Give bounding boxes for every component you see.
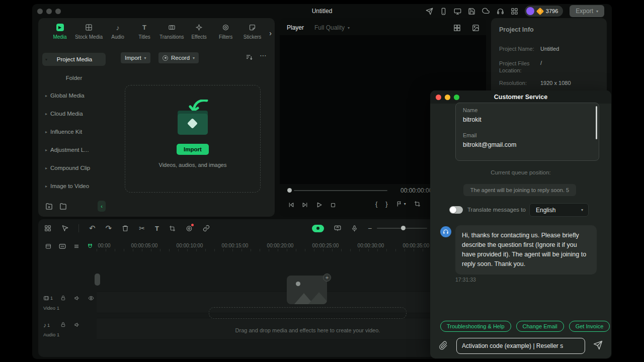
display-icon[interactable] <box>454 8 461 15</box>
proxy-badge-icon[interactable] <box>59 243 66 249</box>
chip-change-email[interactable]: Change Email <box>516 321 564 332</box>
mark-in-brace[interactable]: { <box>375 200 377 208</box>
sidebar-item-adjustment-layer[interactable]: ▸Adjustment L... <box>42 144 106 156</box>
chat-minimize-button[interactable] <box>445 95 450 100</box>
play-icon[interactable] <box>316 202 323 208</box>
translate-toggle[interactable] <box>449 206 463 214</box>
chevron-right-icon: ▸ <box>42 112 50 116</box>
tab-label: Filters <box>219 34 232 40</box>
name-label: Name <box>463 107 592 113</box>
sidebar-item-image-to-video[interactable]: ▸Image to Video <box>42 180 106 192</box>
account-coin-badge[interactable]: ↑ 3796 <box>525 6 563 17</box>
tab-effects[interactable]: Effects <box>188 23 211 40</box>
voiceover-mic-icon[interactable] <box>351 225 358 232</box>
crop-tool-icon[interactable] <box>169 225 176 232</box>
screen-record-button[interactable] <box>312 225 324 232</box>
new-folder-icon[interactable] <box>45 203 53 210</box>
split-scissors-icon[interactable]: ✂ <box>139 224 145 232</box>
zoom-slider-knob[interactable] <box>401 226 406 230</box>
split-screen-icon[interactable] <box>453 24 461 32</box>
import-button[interactable]: Import <box>177 144 209 155</box>
previous-frame-icon[interactable] <box>288 202 294 208</box>
ruler-label: 00:00 <box>98 243 110 248</box>
tab-titles[interactable]: T Titles <box>133 23 156 40</box>
manage-tracks-icon[interactable] <box>45 243 51 249</box>
mark-out-brace[interactable]: } <box>385 200 387 208</box>
sidebar-item-folder[interactable]: Folder <box>42 72 106 84</box>
tabs-overflow-chevron-icon[interactable]: › <box>269 29 272 37</box>
chip-get-invoice[interactable]: Get Invoice <box>569 321 610 332</box>
sidebar-item-cloud-media[interactable]: ▸Cloud Media <box>42 108 106 120</box>
quality-label: Full Quality <box>314 24 345 31</box>
attachment-paperclip-icon[interactable] <box>439 341 448 350</box>
next-frame-icon[interactable] <box>302 202 308 208</box>
elements-grid-icon[interactable] <box>44 225 51 232</box>
import-dropdown[interactable]: Import▾ <box>121 52 150 63</box>
tab-stickers[interactable]: Stickers <box>241 23 264 40</box>
scrubber-knob[interactable] <box>287 188 292 193</box>
link-icon[interactable] <box>203 225 210 232</box>
apps-grid-icon[interactable] <box>511 8 518 15</box>
chat-titlebar: Customer Service <box>430 90 611 104</box>
support-headset-icon[interactable] <box>497 8 504 15</box>
select-cursor-icon[interactable] <box>61 225 68 232</box>
redo-icon[interactable]: ↷ <box>106 224 112 233</box>
sidebar-item-project-media[interactable]: ▾ Project Media <box>42 53 106 66</box>
tab-media[interactable]: ▶ Media <box>48 23 71 40</box>
crop-preview-icon[interactable] <box>414 201 421 207</box>
export-button[interactable]: Export ▾ <box>570 5 604 17</box>
lock-icon[interactable] <box>60 295 66 301</box>
render-preview-icon[interactable] <box>334 225 341 232</box>
tab-transitions[interactable]: Transitions <box>159 23 184 40</box>
tab-stock-media[interactable]: Stock Media <box>75 23 103 40</box>
name-value[interactable]: bitrokit <box>463 116 592 123</box>
zoom-slider[interactable] <box>377 228 427 229</box>
lock-icon[interactable] <box>60 322 66 327</box>
media-dropzone[interactable]: Import Videos, audios, and images <box>125 85 261 193</box>
snap-magnet-icon[interactable] <box>87 243 93 249</box>
filter-funnel-icon[interactable] <box>246 54 253 61</box>
track-drop-target[interactable] <box>209 307 407 319</box>
send-message-icon[interactable] <box>593 340 603 350</box>
share-plane-icon[interactable] <box>426 8 433 15</box>
text-tool-icon[interactable]: T <box>155 225 159 232</box>
tab-audio[interactable]: ♪ Audio <box>106 23 129 40</box>
mute-speaker-icon[interactable] <box>74 322 80 328</box>
sidebar-item-influence-kit[interactable]: ▸Influence Kit <box>42 126 106 138</box>
cloud-upload-icon[interactable] <box>482 8 490 15</box>
record-dropdown[interactable]: Record▾ <box>158 52 199 63</box>
filters-tab-icon <box>222 23 229 32</box>
playhead-handle[interactable] <box>95 274 100 286</box>
chevron-down-icon: ▾ <box>42 57 50 62</box>
sidebar-collapse-handle[interactable]: ‹ <box>98 201 106 212</box>
folder-icon[interactable] <box>59 203 67 210</box>
device-icon[interactable] <box>440 8 447 15</box>
email-value[interactable]: bitrokit@gmail.com <box>463 141 592 148</box>
sidebar-item-global-media[interactable]: ▸Global Media <box>42 89 106 102</box>
chevron-right-icon: ▸ <box>42 166 50 170</box>
more-options-icon[interactable]: ⋯ <box>260 51 267 59</box>
zoom-out-icon[interactable]: − <box>368 224 372 232</box>
mute-speaker-icon[interactable] <box>74 295 80 301</box>
form-scrollbar[interactable] <box>596 106 597 139</box>
language-dropdown[interactable]: English ▾ <box>529 203 589 217</box>
stop-icon[interactable] <box>330 202 336 208</box>
delete-trash-icon[interactable] <box>122 225 129 232</box>
chat-close-button[interactable] <box>436 95 441 100</box>
undo-icon[interactable]: ↶ <box>89 224 96 233</box>
quality-dropdown[interactable]: Full Quality▾ <box>314 24 350 31</box>
sidebar-item-compound-clip[interactable]: ▸Compound Clip <box>42 162 106 174</box>
stock-media-tab-icon <box>85 23 93 32</box>
smart-tool-icon[interactable] <box>186 225 193 232</box>
marker-flag-icon[interactable]: ▾ <box>396 201 406 207</box>
scrubber-track[interactable] <box>294 190 387 191</box>
hide-eye-icon[interactable] <box>88 295 94 301</box>
save-icon[interactable] <box>468 8 475 15</box>
tab-filters[interactable]: Filters <box>214 23 237 40</box>
chat-zoom-button[interactable] <box>454 95 459 100</box>
track-height-icon[interactable] <box>73 243 79 249</box>
snapshot-image-icon[interactable] <box>472 24 479 32</box>
chip-troubleshooting[interactable]: Troubleshooting & Help <box>440 321 511 332</box>
add-media-plus-icon[interactable]: + <box>323 274 331 282</box>
chat-message-input[interactable] <box>456 338 585 354</box>
